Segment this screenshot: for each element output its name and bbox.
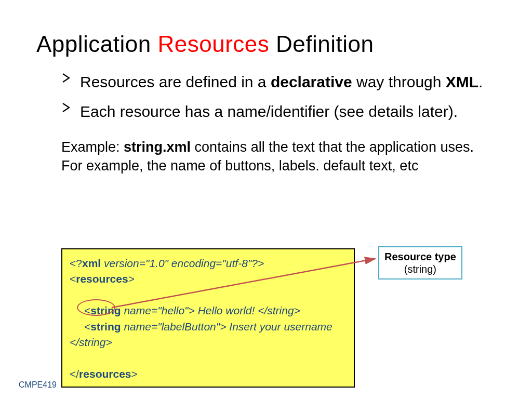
xml-val: "labelButton"> Insert your username [157,321,332,332]
xml-keyword: string [90,304,121,316]
title-highlight: Resources [157,31,269,57]
code-block: <?xml version="1.0" encoding="utf-8"?> <… [61,248,355,388]
bullet-text-post: . [478,73,483,90]
slide-title: Application Resources Definition [36,31,496,57]
bullet-item: Resources are defined in a declarative w… [61,72,496,93]
xml-close: </string> [258,304,300,316]
example-bold: string.xml [124,139,191,155]
xml-keyword: resources [76,273,128,285]
slide: Application Resources Definition Resourc… [0,0,532,399]
code-line-3: <string name="hello"> Hello world! </str… [70,303,347,318]
bullet-text-bold1: declarative [271,73,352,90]
callout-sub: (string) [384,263,456,275]
xml-close: > [131,368,138,380]
xml-attr: version= [101,257,145,269]
callout-title: Resource type [384,250,456,263]
xml-attr: name= [121,321,158,332]
title-pre: Application [36,31,157,57]
xml-open: < [84,321,90,332]
code-line-1: <?xml version="1.0" encoding="utf-8"?> [70,256,347,271]
xml-keyword: resources [79,368,131,380]
code-blank [70,287,347,303]
code-line-4-close: </string> [70,335,347,350]
xml-keyword: xml [82,257,101,269]
code-line-4: <string name="labelButton"> Insert your … [70,319,347,335]
bullet-text-bold2: XML [446,73,478,90]
bullet-text-mid: way through [352,73,446,90]
title-post: Definition [269,31,374,57]
xml-open: <? [70,257,82,269]
code-line-2: <resources> [70,271,347,287]
xml-val: "hello"> Hello world! [157,304,258,316]
xml-attr: name= [121,304,158,316]
xml-open: < [84,304,90,316]
bullet-text: Each resource has a name/identifier (see… [80,103,458,120]
example-intro: Example: string.xml contains all the tex… [61,138,496,176]
bullet-item: Each resource has a name/identifier (see… [61,101,496,123]
callout-box: Resource type (string) [378,246,462,280]
code-line-5: </resources> [70,366,347,382]
example-pre: Example: [61,139,124,155]
xml-keyword: string [90,321,121,332]
bullet-list: Resources are defined in a declarative w… [61,72,496,122]
xml-open: </ [70,368,79,380]
footer-label: CMPE419 [19,380,57,390]
code-blank [70,351,347,366]
bullet-text-pre: Resources are defined in a [80,73,271,90]
chevron-right-icon [61,73,72,83]
xml-open: < [70,273,76,285]
xml-close: > [128,273,135,285]
xml-val: "1.0" encoding="utf-8"?> [145,257,264,269]
chevron-right-icon [61,102,72,113]
